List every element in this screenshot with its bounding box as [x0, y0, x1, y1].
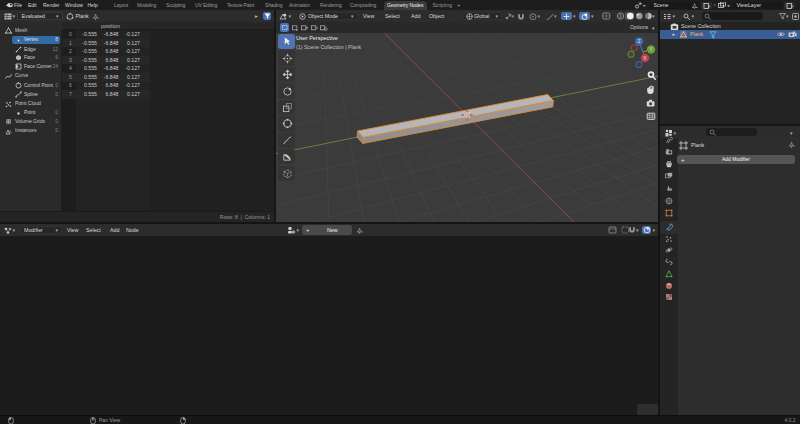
- svg-text:Z: Z: [637, 38, 640, 44]
